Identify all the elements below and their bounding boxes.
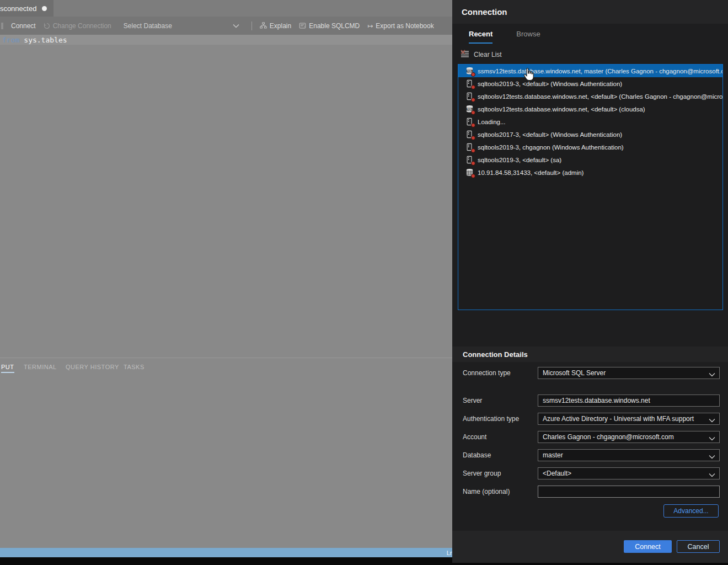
name-input[interactable] (538, 486, 720, 498)
server-icon (465, 79, 474, 88)
connection-type-dropdown[interactable]: Microsoft SQL Server (538, 367, 720, 379)
connection-list-item[interactable]: sqltools2019-3, chgagnon (Windows Authen… (458, 141, 722, 153)
disconnected-badge-icon (471, 72, 475, 77)
connect-button[interactable]: Connect (624, 540, 672, 553)
tab-output-clipped[interactable]: PUT (1, 362, 14, 373)
enable-sqlcmd-button[interactable]: Enable SQLCMD (299, 22, 360, 30)
connection-list-item[interactable]: SQL sqltoolsv12tests.database.windows.ne… (458, 103, 722, 115)
query-toolbar: Connect Change Connection Select Databas… (0, 17, 452, 35)
disconnected-badge-icon (471, 148, 475, 153)
connection-details-header: Connection Details (452, 347, 728, 362)
chevron-down-icon (709, 371, 715, 379)
unsaved-dot-icon[interactable] (42, 6, 47, 11)
connection-list-item[interactable]: Loading... (458, 115, 722, 128)
toolbar-divider (251, 22, 252, 30)
dialog-tab-bar: Recent Browse (469, 30, 540, 44)
server-icon (465, 92, 474, 101)
advanced-button[interactable]: Advanced... (663, 504, 719, 518)
cancel-button[interactable]: Cancel (677, 540, 720, 553)
server-group-dropdown[interactable]: <Default> (538, 467, 720, 479)
server-group-label: Server group (463, 467, 501, 479)
explain-plan-icon (260, 22, 267, 29)
disconnected-badge-icon (471, 85, 475, 89)
disconnected-badge-icon (471, 161, 475, 166)
chevron-down-icon (709, 471, 715, 479)
editor-tab-title: isconnected (0, 4, 36, 13)
chevron-down-icon (709, 417, 715, 424)
sql-text: sys.tables (24, 36, 67, 44)
database-dropdown[interactable]: master (538, 449, 720, 461)
disconnected-badge-icon (471, 98, 475, 102)
tab-terminal[interactable]: TERMINAL (24, 362, 57, 373)
clear-list-button[interactable]: Clear List (461, 50, 502, 59)
server-icon (465, 143, 474, 152)
tab-query-history[interactable]: QUERY HISTORY (66, 362, 119, 373)
server-icon (465, 118, 474, 126)
export-arrow-icon: ↦ (367, 22, 373, 30)
svg-text:SQL: SQL (467, 108, 472, 110)
status-bar[interactable]: Ln (0, 548, 452, 557)
app-window: isconnected Connect Change Connection Se… (0, 0, 728, 565)
account-dropdown[interactable]: Charles Gagnon - chgagnon@microsoft.com (538, 431, 720, 443)
run-icon[interactable] (1, 23, 3, 29)
connection-list-item[interactable]: SQL ssmsv12tests.database.windows.net, m… (458, 65, 722, 77)
chevron-down-icon (709, 435, 715, 443)
tab-tasks[interactable]: TASKS (124, 362, 144, 373)
dialog-header: Connection (452, 0, 728, 24)
connection-list-item[interactable]: sqltools2019-3, <default> (Windows Authe… (458, 77, 722, 90)
explain-button[interactable]: Explain (260, 22, 291, 30)
tab-browse[interactable]: Browse (516, 30, 540, 44)
export-as-notebook-button[interactable]: ↦ Export as Notebook (367, 22, 433, 30)
chevron-down-icon (233, 24, 239, 28)
name-row: Name (optional) (452, 486, 728, 498)
select-database-dropdown[interactable]: Select Database (124, 22, 239, 30)
recent-connections-list[interactable]: SQL ssmsv12tests.database.windows.net, m… (458, 64, 723, 310)
change-connection-button: Change Connection (44, 22, 111, 30)
server-label: Server (463, 395, 482, 407)
editor-tab-bar: isconnected (0, 0, 452, 17)
database-label: Database (463, 449, 491, 461)
connection-list-item[interactable]: sqltoolsv12tests.database.windows.net, <… (458, 90, 722, 103)
connection-list-item[interactable]: sqltools2017-3, <default> (Windows Authe… (458, 128, 722, 141)
server-group-row: Server group <Default> (452, 467, 728, 479)
mouse-pointer-hand-icon (523, 68, 534, 83)
disconnected-badge-icon (471, 136, 475, 140)
tab-recent[interactable]: Recent (469, 30, 493, 44)
connection-type-row: Connection type Microsoft SQL Server (452, 367, 728, 379)
editor-tab-disconnected[interactable]: isconnected (0, 0, 53, 17)
account-label: Account (463, 431, 486, 443)
connection-dialog: Connection Recent Browse Clear List SQL … (452, 0, 728, 565)
connect-button[interactable]: Connect (11, 22, 36, 30)
svg-text:SQL: SQL (467, 70, 472, 72)
account-row: Account Charles Gagnon - chgagnon@micros… (452, 431, 728, 443)
line-column-indicator[interactable]: Ln (447, 550, 452, 556)
sql-editor[interactable]: from sys.tables (0, 35, 452, 358)
dialog-footer: Connect Cancel (452, 531, 728, 563)
authentication-type-dropdown[interactable]: Azure Active Directory - Universal with … (538, 413, 720, 425)
azure-sql-database-icon: SQL (465, 67, 474, 76)
editor-region-dimmed: isconnected Connect Change Connection Se… (0, 0, 452, 565)
sql-keyword: from (2, 36, 19, 44)
server-icon (465, 130, 474, 139)
bottom-panel: PUT TERMINAL QUERY HISTORY TASKS (0, 358, 452, 548)
database-grid-icon (465, 168, 474, 177)
window-bottom-edge (0, 557, 452, 565)
disconnected-badge-icon (471, 123, 475, 127)
server-icon (465, 156, 474, 164)
authentication-type-row: Authentication type Azure Active Directo… (452, 413, 728, 425)
sqlcmd-icon (299, 22, 306, 29)
window-bottom-edge (452, 563, 728, 565)
connection-list-item[interactable]: 10.91.84.58,31433, <default> (admin) (458, 166, 722, 179)
server-input[interactable] (538, 395, 720, 407)
name-label: Name (optional) (463, 486, 510, 498)
chevron-down-icon (709, 453, 715, 461)
dialog-title: Connection (462, 7, 507, 17)
refresh-connection-icon (44, 23, 50, 29)
connection-list-item[interactable]: sqltools2019-3, <default> (sa) (458, 153, 722, 166)
code-line-1[interactable]: from sys.tables (0, 35, 452, 45)
connection-details-title: Connection Details (463, 350, 528, 359)
disconnected-badge-icon (471, 110, 475, 115)
server-row: Server (452, 395, 728, 407)
azure-sql-database-icon: SQL (465, 105, 474, 114)
panel-tab-bar: PUT TERMINAL QUERY HISTORY TASKS (0, 362, 452, 374)
